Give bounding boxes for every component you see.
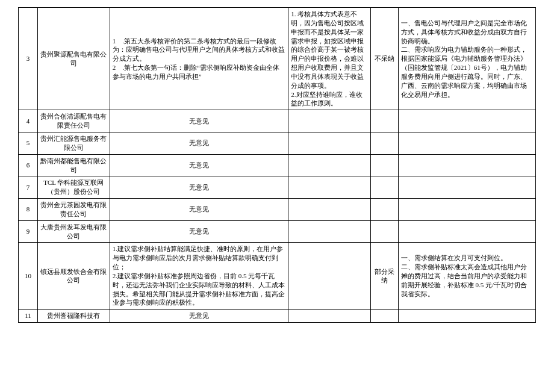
opinion-cell: 无意见 [110,220,288,243]
opinion-cell: 1 .第五大条考核评价的第二条考核方式的最后一段修改为：应明确售电公司与代理用户… [110,8,288,110]
opinion-cell: 无意见 [110,199,288,221]
table-row: 4贵州合创清源配售电有限责任公司无意见 [19,110,536,132]
table-row: 11贵州誉福隆科技有无意见 [19,310,536,323]
adopt-cell: 不采纳 [371,8,399,110]
row-index: 6 [19,154,38,176]
row-index: 11 [19,310,38,323]
opinion-cell: 1.建议需求侧补贴结算能满足快捷、准时的原则，在用户参与电力需求侧响应后的次月需… [110,243,288,310]
table-row: 3贵州聚源配售电有限公司1 .第五大条考核评价的第二条考核方式的最后一段修改为：… [19,8,536,110]
feedback-table: 3贵州聚源配售电有限公司1 .第五大条考核评价的第二条考核方式的最后一段修改为：… [18,7,536,323]
adopt-cell [371,110,399,132]
internal-cell [288,110,371,132]
opinion-cell: 无意见 [110,110,288,132]
internal-cell [288,176,371,199]
opinion-cell: 无意见 [110,132,288,154]
org-name: 贵州合创清源配售电有限责任公司 [37,110,110,132]
table-row: 8贵州金元茶园发电有限责任公司无意见 [19,199,536,221]
org-name: TCL 华科能源互联网（贵州）股份公司 [37,176,110,199]
response-cell: 一、售电公司与代理用户之间是完全市场化方式，具体考核方式和收益分成由双方自行协商… [398,8,535,110]
table-row: 5贵州汇能源售电服务有限公司无意见 [19,132,536,154]
table-row: 10镇远县顺发铁合金有限公司1.建议需求侧补贴结算能满足快捷、准时的原则，在用户… [19,243,536,310]
internal-cell [288,220,371,243]
internal-cell [288,199,371,221]
org-name: 大唐贵州发耳发电有限公司 [37,220,110,243]
internal-cell [288,310,371,323]
adopt-cell [371,199,399,221]
response-cell [398,199,535,221]
internal-cell: 1. 考核具体方式表意不明，因为售电公司按区域申报而不是按具体某一家需求申报，如… [288,8,371,110]
internal-cell [288,154,371,176]
org-name: 贵州金元茶园发电有限责任公司 [37,199,110,221]
org-name: 贵州聚源配售电有限公司 [37,8,110,110]
adopt-cell [371,154,399,176]
row-index: 3 [19,8,38,110]
org-name: 贵州汇能源售电服务有限公司 [37,132,110,154]
adopt-cell [371,132,399,154]
adopt-cell [371,310,399,323]
internal-cell [288,243,371,310]
page-container: 3贵州聚源配售电有限公司1 .第五大条考核评价的第二条考核方式的最后一段修改为：… [0,0,554,392]
response-cell [398,220,535,243]
opinion-cell: 无意见 [110,176,288,199]
org-name: 镇远县顺发铁合金有限公司 [37,243,110,310]
table-row: 9大唐贵州发耳发电有限公司无意见 [19,220,536,243]
row-index: 4 [19,110,38,132]
response-cell: 一、需求侧结算在次月可支付到位。 二、需求侧补贴标准太高会造成其他用户分摊的费用… [398,243,535,310]
response-cell [398,132,535,154]
opinion-cell: 无意见 [110,154,288,176]
opinion-cell: 无意见 [110,310,288,323]
internal-cell [288,132,371,154]
response-cell [398,310,535,323]
org-name: 贵州誉福隆科技有 [37,310,110,323]
response-cell [398,176,535,199]
org-name: 黔南州都能售电有限公司 [37,154,110,176]
row-index: 7 [19,176,38,199]
adopt-cell [371,220,399,243]
row-index: 8 [19,199,38,221]
row-index: 9 [19,220,38,243]
row-index: 10 [19,243,38,310]
adopt-cell: 部分采纳 [371,243,399,310]
row-index: 5 [19,132,38,154]
response-cell [398,110,535,132]
table-row: 6黔南州都能售电有限公司无意见 [19,154,536,176]
response-cell [398,154,535,176]
adopt-cell [371,176,399,199]
table-row: 7TCL 华科能源互联网（贵州）股份公司无意见 [19,176,536,199]
